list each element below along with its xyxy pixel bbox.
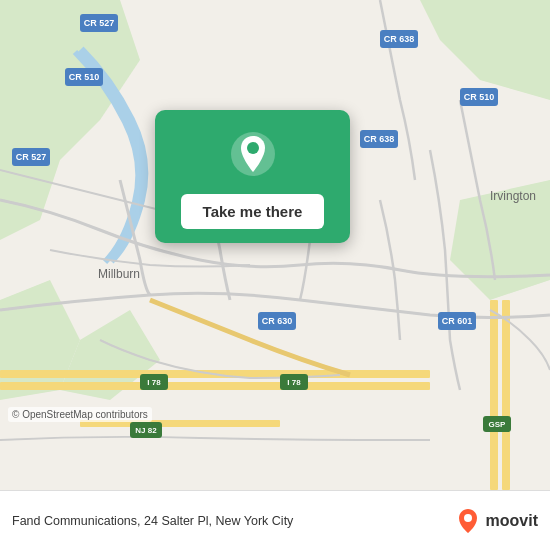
map-container: CR 527 CR 510 CR 638 CR 638 CR 510 CR 52… xyxy=(0,0,550,490)
svg-text:CR 510: CR 510 xyxy=(464,92,495,102)
moovit-logo: moovit xyxy=(454,507,538,535)
moovit-logo-icon xyxy=(454,507,482,535)
svg-point-40 xyxy=(464,514,472,522)
svg-text:Irvington: Irvington xyxy=(490,189,536,203)
svg-text:CR 527: CR 527 xyxy=(84,18,115,28)
svg-text:CR 638: CR 638 xyxy=(384,34,415,44)
svg-text:Millburn: Millburn xyxy=(98,267,140,281)
svg-text:GSP: GSP xyxy=(489,420,507,429)
pin-icon-container xyxy=(227,128,279,184)
location-pin-icon xyxy=(227,128,279,180)
bottom-bar: Fand Communications, 24 Salter Pl, New Y… xyxy=(0,490,550,550)
copyright-text: © OpenStreetMap contributors xyxy=(8,407,152,422)
take-me-there-button[interactable]: Take me there xyxy=(181,194,325,229)
svg-rect-11 xyxy=(502,300,510,490)
location-card[interactable]: Take me there xyxy=(155,110,350,243)
moovit-text: moovit xyxy=(486,512,538,530)
svg-text:CR 510: CR 510 xyxy=(69,72,100,82)
svg-text:I 78: I 78 xyxy=(147,378,161,387)
svg-text:CR 638: CR 638 xyxy=(364,134,395,144)
svg-text:CR 527: CR 527 xyxy=(16,152,47,162)
svg-rect-10 xyxy=(490,300,498,490)
svg-point-39 xyxy=(247,142,259,154)
svg-text:NJ 82: NJ 82 xyxy=(135,426,157,435)
address-text: Fand Communications, 24 Salter Pl, New Y… xyxy=(12,514,454,528)
svg-text:CR 630: CR 630 xyxy=(262,316,293,326)
svg-text:I 78: I 78 xyxy=(287,378,301,387)
svg-text:CR 601: CR 601 xyxy=(442,316,473,326)
svg-rect-8 xyxy=(0,382,430,390)
